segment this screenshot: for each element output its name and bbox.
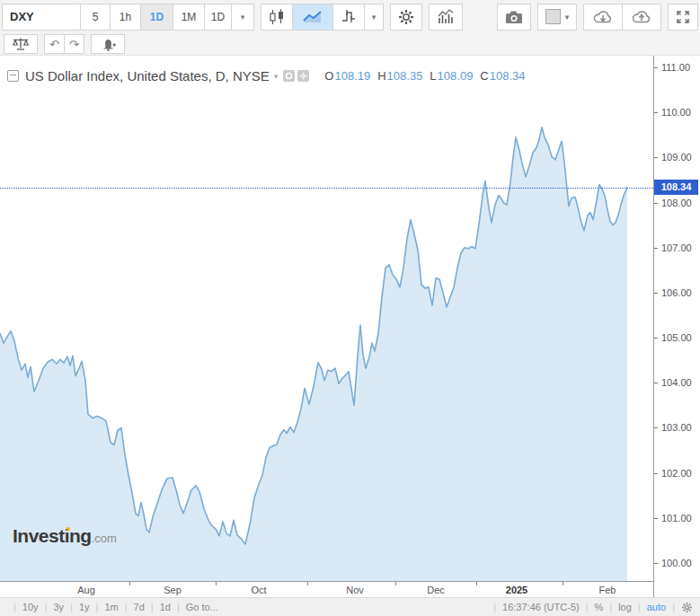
bottom-settings-button[interactable] [681, 602, 693, 613]
gear-icon [681, 602, 693, 613]
range-10y-button[interactable]: 10y [22, 602, 39, 612]
save-chart-button[interactable] [622, 4, 661, 31]
price-tick [654, 67, 658, 68]
time-axis-label: 2025 [506, 585, 527, 595]
price-axis-label: 111.00 [661, 62, 690, 73]
range-7d-button[interactable]: 7d [134, 602, 145, 612]
compare-scales-icon [11, 37, 31, 51]
legend-eye-icon[interactable] [283, 70, 295, 82]
chart-style-button[interactable] [332, 4, 365, 31]
gear-icon [397, 8, 415, 26]
logo-tld: .com [92, 532, 117, 545]
time-tick [476, 582, 477, 585]
price-axis-label: 106.00 [661, 287, 692, 298]
percent-scale-button[interactable]: % [595, 602, 604, 612]
goto-button[interactable]: Go to... [186, 602, 218, 612]
time-tick [307, 582, 308, 585]
step-line-icon [340, 8, 358, 26]
camera-icon [504, 9, 524, 25]
chart-style-dropdown-button[interactable]: ▾ [364, 4, 384, 31]
add-alert-button[interactable] [91, 34, 125, 54]
secondary-toolbar: ↶ ↷ [0, 33, 700, 56]
logo-orange-dot [66, 527, 70, 531]
clock-readout: 16:37:46 (UTC-5) [502, 602, 580, 612]
open-value: 108.19 [334, 69, 370, 83]
chevron-down-icon: ▾ [372, 13, 377, 22]
background-swatch [545, 9, 561, 24]
interval-dropdown-button[interactable]: ▾ [231, 4, 254, 31]
redo-icon: ↷ [69, 38, 79, 51]
time-tick [563, 582, 563, 585]
auto-scale-button[interactable]: auto [647, 602, 666, 612]
price-tick [654, 112, 658, 113]
theme-background-button[interactable]: ▾ [537, 4, 577, 31]
symbol-input[interactable]: DXY [2, 4, 81, 31]
price-axis-label: 105.00 [661, 332, 692, 343]
time-tick [395, 582, 396, 585]
collapse-pane-icon[interactable] [7, 70, 19, 82]
time-axis-label: Feb [599, 585, 616, 595]
interval-5-button[interactable]: 5 [80, 4, 111, 31]
close-value: 108.34 [490, 69, 526, 83]
redo-button[interactable]: ↷ [64, 34, 84, 54]
time-axis[interactable]: AugSepOctNovDec2025Feb [0, 581, 653, 598]
cloud-upload-icon [631, 8, 652, 25]
cloud-download-icon [592, 8, 614, 25]
investing-logo: Investing.com [13, 525, 117, 547]
log-scale-button[interactable]: log [618, 602, 632, 612]
range-1m-button[interactable]: 1m [104, 602, 118, 612]
interval-1m-button[interactable]: 1M [173, 4, 205, 31]
line-chart-button[interactable] [292, 4, 333, 31]
price-tick [654, 293, 658, 294]
price-tick [654, 338, 658, 339]
candlestick-icon [268, 8, 286, 26]
time-axis-label: Oct [251, 585, 266, 595]
chart-pane[interactable]: US Dollar Index, United States, D, NYSE … [0, 56, 653, 581]
low-label: L [430, 69, 436, 83]
price-axis[interactable]: 111.00110.00109.00108.00107.00106.00105.… [653, 56, 700, 597]
price-tick [654, 248, 658, 249]
compare-button[interactable] [4, 34, 38, 54]
range-1d-button[interactable]: 1d [160, 602, 171, 612]
fullscreen-icon [675, 9, 691, 25]
time-tick [129, 582, 130, 585]
low-value: 108.09 [438, 69, 474, 83]
range-1y-button[interactable]: 1y [79, 602, 90, 612]
price-axis-label: 102.00 [661, 468, 692, 479]
bell-plus-icon [99, 37, 117, 52]
time-axis-label: Nov [346, 585, 364, 595]
price-tick [654, 473, 658, 474]
current-price-line [0, 188, 653, 189]
interval-1d2-button[interactable]: 1D [204, 4, 232, 31]
interval-1d-button[interactable]: 1D [140, 4, 173, 31]
snapshot-button[interactable] [497, 4, 531, 31]
line-chart-icon [302, 9, 323, 25]
settings-button[interactable] [390, 4, 422, 31]
legend-settings-icon[interactable] [297, 70, 309, 82]
chevron-down-icon[interactable]: ▾ [274, 72, 279, 81]
undo-icon: ↶ [49, 38, 59, 51]
legend: US Dollar Index, United States, D, NYSE … [7, 68, 526, 84]
chart-widget: DXY 5 1h 1D 1M 1D ▾ [0, 0, 700, 616]
ohlc-readout: O108.19 H108.35 L108.09 C108.34 [321, 69, 525, 83]
load-chart-button[interactable] [583, 4, 623, 31]
chevron-down-icon: ▾ [241, 13, 245, 22]
open-label: O [324, 69, 333, 83]
price-tick [654, 427, 658, 428]
price-area-series [0, 56, 653, 581]
undo-button[interactable]: ↶ [44, 34, 65, 54]
interval-1h-button[interactable]: 1h [110, 4, 141, 31]
bottom-toolbar: | 10y|3y|1y|1m|7d|1d| Go to... | 16:37:4… [0, 597, 700, 616]
indicators-button[interactable] [429, 4, 463, 31]
price-tick [654, 563, 658, 564]
symbol-title[interactable]: US Dollar Index, United States, D, NYSE [25, 68, 270, 84]
candlestick-chart-button[interactable] [261, 4, 293, 31]
fullscreen-button[interactable] [668, 4, 698, 31]
price-axis-label: 109.00 [661, 152, 692, 163]
price-tick [654, 518, 658, 519]
logo-text: Investing [13, 525, 92, 546]
price-axis-label: 107.00 [661, 242, 692, 253]
price-axis-label: 101.00 [661, 513, 692, 524]
time-axis-label: Sep [164, 585, 182, 595]
range-3y-button[interactable]: 3y [53, 602, 64, 612]
